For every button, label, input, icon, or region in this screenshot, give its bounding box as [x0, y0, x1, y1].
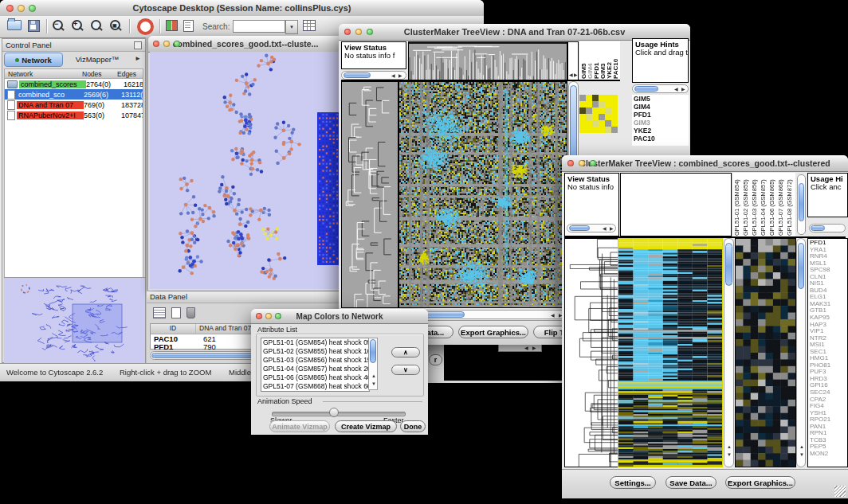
matrix-cell[interactable]: [605, 101, 611, 107]
dp-col-id[interactable]: ID: [151, 324, 196, 334]
matrix-cell[interactable]: [592, 120, 599, 127]
export-graphics-button[interactable]: Export Graphics...: [725, 476, 795, 489]
dna-row-dendrogram[interactable]: [342, 82, 398, 307]
annotation-icon[interactable]: [183, 20, 194, 32]
matrix-cell[interactable]: [592, 114, 599, 120]
matrix-cell[interactable]: [605, 107, 611, 114]
comb-usage-hscrollbar[interactable]: [809, 224, 846, 232]
summary-row-label[interactable]: GIM5: [632, 95, 689, 103]
comb-heatmap[interactable]: [618, 239, 722, 467]
close-button[interactable]: [153, 41, 159, 47]
settings-button[interactable]: Settings...: [610, 476, 656, 489]
summary-row-label[interactable]: YKE2: [632, 127, 689, 135]
matrix-cell[interactable]: [611, 107, 618, 114]
minimize-button[interactable]: [579, 160, 585, 166]
network-row[interactable]: combined_scores2764(0)16218(0): [5, 79, 143, 89]
dna-row-dendrogram-pane[interactable]: [341, 81, 398, 308]
delete-attribute-icon[interactable]: [186, 307, 195, 318]
matrix-cell[interactable]: [605, 95, 611, 101]
dna-mini-scroll-strip[interactable]: ◀▶: [567, 41, 579, 80]
matrix-cell[interactable]: [592, 101, 599, 107]
tab-overflow-arrow[interactable]: ►: [135, 55, 141, 62]
attribute-table-icon[interactable]: [153, 307, 166, 318]
resize-grip[interactable]: [834, 486, 846, 497]
scrollbar-thumb[interactable]: [725, 243, 732, 286]
zoom-window-button[interactable]: [174, 41, 180, 47]
network-row[interactable]: combined_sco2569(6)13112(15): [5, 89, 143, 100]
matrix-cell[interactable]: [599, 107, 605, 114]
comb-column-dendrogram[interactable]: [621, 174, 731, 236]
move-down-button[interactable]: ∨: [391, 365, 420, 375]
animate-vizmap-button[interactable]: Animate Vizmap: [269, 420, 330, 432]
search-dropdown-arrow[interactable]: ▼: [285, 20, 298, 34]
matrix-cell[interactable]: [579, 107, 586, 114]
matrix-cell[interactable]: [611, 127, 618, 133]
minimize-button[interactable]: [355, 29, 362, 35]
matrix-cell[interactable]: [599, 120, 605, 127]
close-button[interactable]: [567, 160, 574, 166]
node-editor-icon[interactable]: [166, 20, 178, 31]
comb-column-dendrogram-pane[interactable]: [620, 173, 732, 236]
comb-status-hscrollbar[interactable]: ◀▶: [567, 224, 616, 232]
comb-heatmap-pane[interactable]: [618, 238, 723, 467]
summary-row-label[interactable]: PAC10: [632, 135, 689, 143]
zoom-out-icon[interactable]: −: [53, 20, 63, 30]
dna-column-dendrogram[interactable]: [409, 42, 567, 80]
matrix-cell[interactable]: [611, 101, 618, 107]
comb-row-dendrogram-pane[interactable]: [564, 238, 618, 467]
help-ring-icon[interactable]: [137, 18, 154, 35]
network-canvas[interactable]: [150, 52, 341, 289]
matrix-cell[interactable]: [586, 107, 592, 114]
scrollbar-thumb[interactable]: [344, 72, 371, 78]
matrix-cell[interactable]: [586, 95, 592, 101]
comb-vscrollbar[interactable]: ▲▼: [724, 238, 734, 467]
attribute-item[interactable]: GPL51-07 (GSM868) heat shock 60 min: [261, 382, 369, 391]
network-overview[interactable]: [4, 278, 143, 361]
close-button[interactable]: [6, 5, 14, 12]
save-icon[interactable]: [28, 20, 40, 32]
search-input[interactable]: [233, 20, 285, 33]
zoom-window-button[interactable]: [590, 160, 596, 166]
zoom-selected-icon[interactable]: ▣: [110, 20, 120, 30]
zoom-window-button[interactable]: [367, 29, 373, 35]
matrix-cell[interactable]: [579, 95, 586, 101]
matrix-cell[interactable]: [579, 114, 586, 120]
array-column-label[interactable]: GPL51-08 (GSM872): [787, 175, 795, 236]
zoom-in-icon[interactable]: +: [72, 20, 82, 30]
comb-zoom-vscrollbar[interactable]: ▲▼: [796, 238, 806, 467]
matrix-cell[interactable]: [611, 114, 618, 120]
scrollbar-thumb[interactable]: [811, 225, 825, 231]
save-data-button[interactable]: Save Data...: [665, 476, 716, 489]
network-row[interactable]: DNA and Tran 07769(0)183728(0): [5, 100, 143, 110]
minimize-button[interactable]: [163, 41, 170, 47]
attribute-item[interactable]: GPL51-06 (GSM865) heat shock 40 min: [261, 373, 369, 382]
matrix-cell[interactable]: [605, 114, 611, 120]
attribute-list-vscrollbar[interactable]: ▲▼: [368, 338, 378, 390]
speed-slider-thumb[interactable]: [329, 408, 339, 417]
gene-label[interactable]: MON2: [808, 451, 847, 458]
attribute-item[interactable]: GPL51-02 (GSM855) heat shock 10 min: [261, 347, 369, 356]
attribute-item[interactable]: GPL51-04 (GSM857) heat shock 20 min: [261, 365, 369, 373]
dna-heatmap[interactable]: [399, 82, 567, 307]
summary-row-label[interactable]: GIM3: [632, 119, 689, 127]
export-graphics-button[interactable]: Export Graphics...: [458, 326, 528, 338]
summary-row-label[interactable]: GIM4: [632, 103, 689, 111]
comb-collabel-vscrollbar[interactable]: [797, 174, 806, 235]
fragment-button[interactable]: r: [429, 354, 442, 365]
col-header-edges[interactable]: Edges: [117, 70, 136, 78]
matrix-cell[interactable]: [599, 101, 605, 107]
create-vizmap-button[interactable]: Create Vizmap: [335, 420, 397, 432]
matrix-cell[interactable]: [599, 95, 605, 101]
float-panel-icon[interactable]: [134, 41, 142, 49]
dialog-titlebar[interactable]: Map Colors to Network: [251, 309, 428, 324]
dna-heatmap-pane[interactable]: [398, 81, 567, 308]
open-file-icon[interactable]: [7, 20, 22, 30]
matrix-cell[interactable]: [586, 120, 592, 127]
cytoscape-titlebar[interactable]: Cytoscape Desktop (Session Name: collins…: [0, 0, 484, 17]
minimize-button[interactable]: [265, 313, 272, 319]
comb-zoom-pane[interactable]: [735, 238, 796, 467]
matrix-cell[interactable]: [592, 95, 599, 101]
comb-zoom-heatmap[interactable]: [736, 239, 795, 467]
network-window-titlebar[interactable]: combined_scores_good.txt--cluste...: [148, 36, 343, 53]
zoom-window-button[interactable]: [275, 313, 281, 319]
